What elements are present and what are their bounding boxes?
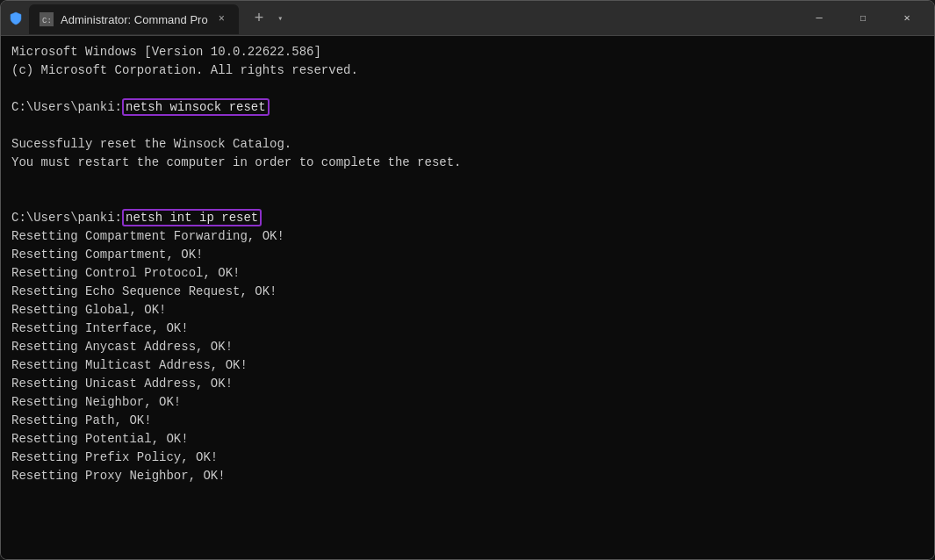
line-reset-4: Resetting Echo Sequence Request, OK! [11,283,924,301]
maximize-button[interactable]: ☐ [843,4,883,32]
line-reset-11: Resetting Path, OK! [11,412,924,430]
line-reset-3: Resetting Control Protocol, OK! [11,264,924,283]
line-reset-13: Resetting Prefix Policy, OK! [11,449,924,467]
line-reset-10: Resetting Neighbor, OK! [11,393,924,412]
line-reset-2: Resetting Compartment, OK! [11,246,924,264]
prompt-2: C:\Users\panki: [11,211,122,225]
window-controls: — ☐ ✕ [799,4,927,32]
line-reset-12: Resetting Potential, OK! [11,430,924,449]
prompt-1: C:\Users\panki: [11,100,122,114]
command-highlight-1: netsh winsock reset [122,98,270,116]
new-tab-button[interactable]: + [248,5,271,31]
line-reset-1: Resetting Compartment Forwarding, OK! [11,227,924,246]
active-tab[interactable]: C: Administrator: Command Pro × [29,4,239,34]
line-reset-5: Resetting Global, OK! [11,301,924,319]
title-bar: C: Administrator: Command Pro × + ▾ — ☐ … [1,1,934,36]
line-restart-notice: You must restart the computer in order t… [11,154,924,172]
shield-icon [8,11,24,26]
title-bar-left: C: Administrator: Command Pro × + ▾ [8,2,799,34]
line-winsock-success: Sucessfully reset the Winsock Catalog. [11,135,924,154]
line-reset-6: Resetting Interface, OK! [11,319,924,338]
svg-text:C:: C: [42,17,52,25]
line-reset-14: Resetting Proxy Neighbor, OK! [11,467,924,485]
terminal-output[interactable]: Microsoft Windows [Version 10.0.22622.58… [1,36,934,559]
line-command-2: C:\Users\panki:netsh int ip reset [11,209,924,227]
line-windows-version: Microsoft Windows [Version 10.0.22622.58… [11,43,924,61]
word-to: to [299,155,314,169]
line-reset-8: Resetting Multicast Address, OK! [11,356,924,375]
empty-line-2 [11,117,924,135]
line-command-1: C:\Users\panki:netsh winsock reset [11,98,924,117]
tab-title: Administrator: Command Pro [61,13,208,26]
command-prompt-window: C: Administrator: Command Pro × + ▾ — ☐ … [0,0,935,560]
tab-close-button[interactable]: × [215,11,228,27]
close-button[interactable]: ✕ [887,4,927,32]
empty-line-4 [11,190,924,209]
minimize-button[interactable]: — [799,4,839,32]
empty-line-3 [11,172,924,190]
line-reset-9: Resetting Unicast Address, OK! [11,375,924,393]
tab-dropdown-button[interactable]: ▾ [277,13,283,24]
line-reset-7: Resetting Anycast Address, OK! [11,338,924,356]
empty-line-1 [11,80,924,98]
line-copyright: (c) Microsoft Corporation. All rights re… [11,61,924,80]
tab-terminal-icon: C: [40,12,54,26]
command-highlight-2: netsh int ip reset [122,209,262,226]
